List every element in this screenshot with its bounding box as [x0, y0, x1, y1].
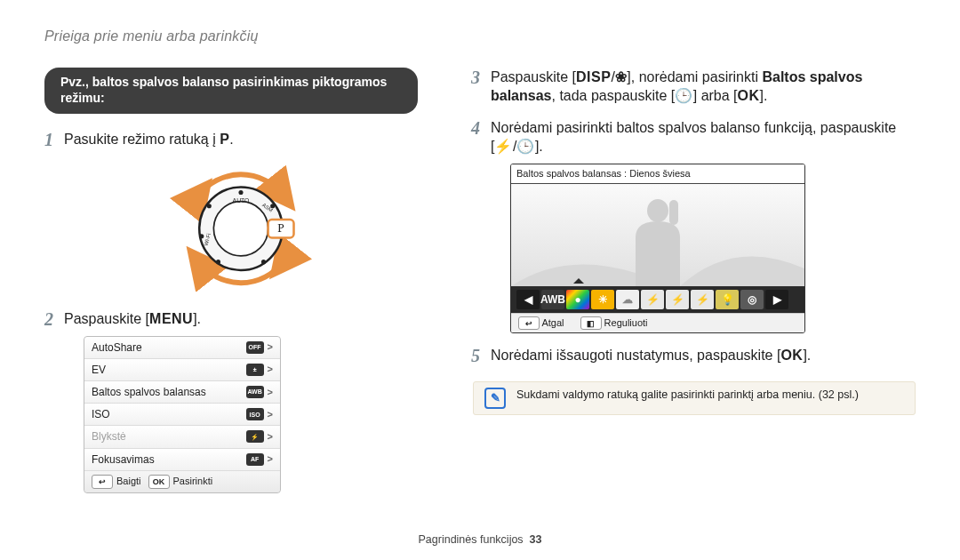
wb-strip-left-arrow[interactable]: ◀ [516, 290, 540, 309]
chevron-right-icon: > [268, 386, 273, 399]
timer-icon-2: 🕒 [516, 139, 535, 154]
step-3-post2: ] arba [ [693, 88, 738, 103]
wb-swatch-6[interactable]: ⚡ [691, 290, 714, 309]
wb-swatch-1[interactable]: ● [566, 290, 589, 309]
tip-note: ✎ Sukdami valdymo ratuką galite pasirink… [473, 381, 916, 415]
ok-glyph: OK [738, 88, 760, 103]
step-3-number: 3 [471, 66, 480, 90]
ok-key-icon: OK [148, 475, 170, 489]
mode-dial-figure: P AUTO ASM Wi-Fi [64, 158, 418, 292]
menu-foot-ok: OK Pasirinkti [148, 475, 213, 489]
step-4: 4 Norėdami pasirinkti baltos spalvos bal… [471, 118, 916, 334]
footer-label: Pagrindinės funkcijos [419, 533, 524, 546]
macro-icon: ❀ [615, 69, 628, 84]
menu-foot-back-label: Baigti [116, 475, 141, 488]
chevron-right-icon: > [268, 363, 273, 376]
wb-swatch-4[interactable]: ⚡ [641, 290, 664, 309]
cam-foot-adjust-label: Reguliuoti [604, 317, 648, 328]
wb-filter-strip: ◀ AWB●☀☁⚡⚡⚡💡◎ ▶ [511, 286, 804, 313]
chevron-right-icon: > [268, 430, 273, 444]
mode-p-glyph: P [220, 132, 229, 147]
menu-row-2[interactable]: Baltos spalvos balansasAWB> [84, 381, 280, 404]
svg-point-8 [207, 204, 212, 208]
menu-panel: AutoShareOFF>EV±>Baltos spalvos balansas… [84, 336, 281, 493]
step-3-pre: Paspauskite [ [491, 69, 576, 84]
step-5-number: 5 [471, 344, 480, 368]
menu-row-value-icon: AWB [246, 386, 264, 398]
menu-row-value-icon: ± [246, 364, 264, 376]
menu-row-label: Fokusavimas [92, 452, 246, 467]
menu-row-value-icon: ⚡ [246, 430, 264, 443]
menu-foot-back: ↩ Baigti [92, 475, 141, 489]
step-4-pre: Norėdami pasirinkti baltos spalvos balan… [491, 120, 896, 155]
svg-text:P: P [277, 221, 284, 235]
note-text: Sukdami valdymo ratuką galite pasirinkti… [516, 388, 859, 403]
svg-point-7 [199, 234, 204, 238]
svg-point-1 [213, 202, 268, 256]
cam-back-key-icon: ↩ [518, 316, 540, 330]
ok-glyph-2: OK [780, 348, 803, 363]
step-2-suffix: ]. [193, 311, 201, 326]
wb-swatch-0[interactable]: AWB [541, 290, 564, 309]
step-1-suffix: . [229, 132, 233, 147]
cam-foot-back-label: Atgal [541, 317, 564, 328]
camera-preview-panel: Baltos spalvos balansas : Dienos šviesa [510, 164, 805, 333]
menu-glyph: MENU [149, 311, 193, 326]
menu-row-value-icon: AF [246, 453, 264, 466]
flash-icon: ⚡ [494, 139, 513, 154]
footer-page: 33 [530, 533, 542, 546]
svg-point-6 [216, 260, 220, 264]
step-5-pre: Norėdami išsaugoti nustatymus, paspauski… [491, 348, 780, 363]
menu-row-label: EV [92, 363, 246, 377]
step-4-end: ]. [535, 139, 543, 154]
menu-row-value-icon: ISO [246, 408, 264, 420]
step-2: 2 Paspauskite [MENU]. AutoShareOFF>EV±>B… [44, 309, 418, 493]
note-icon: ✎ [484, 388, 506, 409]
step-3-end: ]. [760, 88, 768, 103]
step-5: 5 Norėdami išsaugoti nustatymus, paspaus… [471, 346, 916, 365]
cam-foot-back: ↩ Atgal [518, 316, 564, 331]
page-footer: Pagrindinės funkcijos 33 [0, 532, 960, 548]
menu-row-1[interactable]: EV±> [84, 359, 280, 381]
menu-row-0[interactable]: AutoShareOFF> [84, 337, 280, 359]
chevron-right-icon: > [268, 452, 273, 466]
svg-text:AUTO: AUTO [233, 196, 250, 203]
chevron-right-icon: > [268, 408, 273, 421]
svg-rect-15 [669, 200, 678, 225]
cam-adj-key-icon: ◧ [580, 316, 602, 330]
step-3-mid: ], norėdami pasirinkti [627, 69, 762, 84]
wb-swatch-2[interactable]: ☀ [591, 290, 614, 309]
menu-row-4[interactable]: Blykstė⚡> [84, 426, 280, 448]
wb-swatch-3[interactable]: ☁ [616, 290, 639, 309]
timer-icon: 🕒 [675, 88, 693, 103]
menu-row-5[interactable]: FokusavimasAF> [84, 449, 280, 471]
step-1: 1 Pasukite režimo ratuką į P. [44, 130, 418, 292]
camera-preview-title: Baltos spalvos balansas : Dienos šviesa [511, 164, 804, 184]
menu-row-label: Blykstė [92, 429, 246, 444]
menu-foot-ok-label: Pasirinkti [173, 475, 213, 488]
example-pill: Pvz., baltos spalvos balanso pasirinkima… [44, 68, 418, 115]
back-key-icon: ↩ [92, 475, 113, 489]
breadcrumb: Prieiga prie meniu arba parinkčių [44, 27, 916, 46]
wb-swatch-7[interactable]: 💡 [716, 290, 739, 309]
step-4-number: 4 [471, 116, 480, 140]
menu-row-value-icon: OFF [246, 341, 264, 354]
chevron-right-icon: > [268, 340, 273, 354]
step-1-number: 1 [44, 128, 53, 152]
step-1-text: Pasukite režimo ratuką į [64, 132, 220, 147]
wb-swatch-8[interactable]: ◎ [740, 290, 764, 309]
wb-strip-right-arrow[interactable]: ▶ [765, 290, 788, 309]
menu-row-label: AutoShare [92, 340, 246, 355]
camera-preview-stage [511, 184, 804, 286]
menu-row-label: Baltos spalvos balansas [92, 385, 246, 399]
cam-foot-adjust: ◧ Reguliuoti [580, 316, 648, 331]
svg-point-14 [647, 199, 668, 222]
menu-row-3[interactable]: ISOISO> [84, 404, 280, 426]
wb-swatch-5[interactable]: ⚡ [666, 290, 689, 309]
disp-glyph: DISP [576, 69, 611, 84]
step-2-text: Paspauskite [ [64, 311, 149, 326]
step-2-number: 2 [44, 308, 53, 332]
svg-point-5 [261, 260, 266, 264]
step-3: 3 Paspauskite [DISP/❀], norėdami pasirin… [471, 68, 916, 106]
step-5-end: ]. [803, 348, 811, 363]
